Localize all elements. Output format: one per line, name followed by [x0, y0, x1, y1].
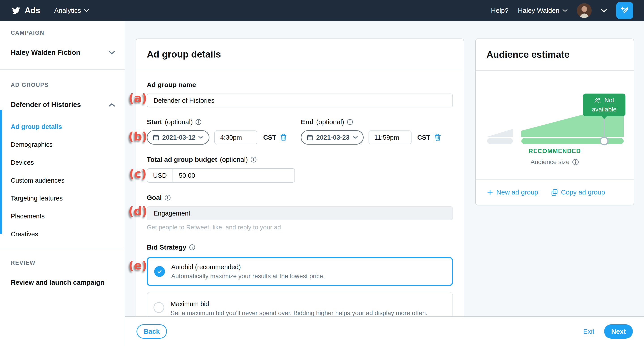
label-text: Goal: [147, 194, 162, 202]
optional-text: (optional): [220, 156, 248, 164]
top-navbar: Ads Analytics Help? Haley Walden: [0, 0, 644, 21]
help-link[interactable]: Help?: [491, 7, 508, 14]
analytics-menu-label: Analytics: [54, 7, 81, 14]
bid-option-desc: Set a maximum bid you’ll never spend ove…: [170, 310, 428, 317]
bid-option-title: Maximum bid: [170, 300, 428, 308]
start-timezone: CST: [263, 134, 276, 141]
analytics-menu[interactable]: Analytics: [54, 7, 89, 14]
radio-checked-icon[interactable]: [154, 266, 165, 277]
new-ad-group-label: New ad group: [496, 188, 538, 196]
brand-name: Ads: [24, 6, 40, 15]
sidebar-item-review-launch[interactable]: Review and launch campaign: [0, 279, 125, 286]
sidebar-item-demographics[interactable]: Demographics: [0, 136, 125, 154]
label-text: End: [301, 118, 314, 126]
chevron-down-icon: [198, 136, 204, 139]
radio-unchecked-icon[interactable]: [154, 302, 164, 313]
chevron-down-icon[interactable]: [601, 9, 607, 12]
info-icon[interactable]: [347, 119, 353, 125]
info-icon[interactable]: [572, 159, 579, 166]
sidebar-item-custom-audiences[interactable]: Custom audiences: [0, 172, 125, 189]
account-menu[interactable]: Haley Walden: [518, 7, 568, 14]
copy-ad-group-button[interactable]: Copy ad group: [551, 188, 605, 196]
info-icon[interactable]: [195, 119, 202, 125]
ad-group-name-label: Ad group name: [147, 81, 453, 89]
end-label: End (optional): [301, 118, 441, 126]
card-header: Ad group details: [136, 39, 464, 70]
audience-size-label: Audience size: [476, 158, 634, 166]
sidebar-item-creatives[interactable]: Creatives: [0, 225, 125, 243]
end-timezone: CST: [417, 134, 430, 141]
account-name: Haley Walden: [518, 7, 560, 14]
active-section-indicator: [0, 110, 2, 234]
calendar-icon: [153, 134, 159, 140]
brand[interactable]: Ads: [11, 6, 40, 15]
budget-input[interactable]: [173, 169, 294, 182]
compose-icon: [620, 6, 630, 16]
review-item-label: Review and launch campaign: [11, 279, 104, 286]
goal-label: Goal: [147, 194, 453, 202]
ad-group-selector[interactable]: Defender of Histories: [0, 101, 125, 109]
ad-groups-section-label: AD GROUPS: [0, 82, 125, 88]
info-icon[interactable]: [164, 194, 171, 201]
info-icon[interactable]: [250, 156, 257, 163]
end-date-picker[interactable]: 2021-03-23: [301, 130, 364, 144]
trash-icon: [434, 134, 441, 141]
chevron-down-icon: [353, 136, 358, 139]
page-title: Ad group details: [147, 49, 221, 60]
sidebar-item-ad-group-details[interactable]: Ad group details: [0, 118, 125, 136]
back-button[interactable]: Back: [136, 324, 167, 338]
label-text: Total ad group budget: [147, 156, 217, 164]
start-date-picker[interactable]: 2021-03-12: [147, 130, 210, 144]
recommended-label: RECOMMENDED: [476, 148, 634, 155]
chevron-down-icon: [84, 9, 89, 12]
exit-link[interactable]: Exit: [583, 328, 594, 335]
sidebar-item-targeting-features[interactable]: Targeting features: [0, 189, 125, 207]
budget-label: Total ad group budget (optional): [147, 156, 453, 164]
end-date-value: 2021-03-23: [316, 134, 349, 141]
end-field: End (optional) 2021-03-23: [301, 118, 441, 144]
bid-option-desc: Automatically maximize your results at t…: [171, 272, 325, 280]
slider-handle: [600, 137, 608, 145]
bid-option-autobid[interactable]: Autobid (recommended) Automatically maxi…: [147, 257, 453, 286]
next-button[interactable]: Next: [604, 324, 633, 338]
avatar[interactable]: [577, 3, 592, 18]
sidebar: CAMPAIGN Haley Walden Fiction AD GROUPS …: [0, 21, 125, 346]
bid-option-title: Autobid (recommended): [171, 264, 325, 271]
ad-group-nav: Ad group details Demographics Devices Cu…: [0, 118, 125, 243]
start-clear-button[interactable]: [280, 134, 287, 141]
start-time-input[interactable]: [214, 130, 257, 144]
wizard-footer: Back Exit Next: [125, 316, 644, 346]
audience-title: Audience estimate: [486, 49, 570, 60]
audience-size-text: Audience size: [530, 158, 570, 166]
chart-gray-wedge: [487, 129, 513, 137]
start-field: Start (optional) 2021-03-12: [147, 118, 287, 144]
label-text: Bid Strategy: [147, 244, 186, 251]
copy-icon: [551, 189, 558, 196]
campaign-name: Haley Walden Fiction: [11, 48, 80, 56]
trash-icon: [280, 134, 287, 141]
label-text: Ad group name: [147, 81, 196, 89]
goal-input[interactable]: [147, 206, 453, 220]
chevron-down-icon: [109, 51, 115, 54]
chevron-up-icon: [109, 103, 115, 106]
optional-text: (optional): [316, 118, 344, 126]
ad-group-actions: New ad group Copy ad group: [476, 179, 634, 205]
ad-group-details-card: Ad group details Ad group name Start (op…: [136, 38, 464, 332]
end-time-input[interactable]: [368, 130, 412, 144]
audience-estimate-panel: Audience estimate Not available RECOMMEN…: [475, 38, 634, 206]
new-ad-group-button[interactable]: New ad group: [487, 188, 538, 196]
twitter-bird-icon: [11, 6, 21, 15]
sidebar-item-devices[interactable]: Devices: [0, 154, 125, 172]
goal-helper-text: Get people to Retweet, like, and reply t…: [147, 224, 453, 231]
info-icon[interactable]: [189, 244, 195, 250]
sidebar-item-placements[interactable]: Placements: [0, 207, 125, 225]
calendar-icon: [307, 134, 313, 140]
campaign-selector[interactable]: Haley Walden Fiction: [0, 48, 125, 56]
ad-group-name-input[interactable]: [147, 94, 453, 108]
label-text: Start: [147, 118, 162, 126]
end-clear-button[interactable]: [434, 134, 441, 141]
chart-gray-track: [487, 138, 513, 144]
optional-text: (optional): [165, 118, 193, 126]
start-label: Start (optional): [147, 118, 287, 126]
compose-button[interactable]: [616, 2, 633, 19]
